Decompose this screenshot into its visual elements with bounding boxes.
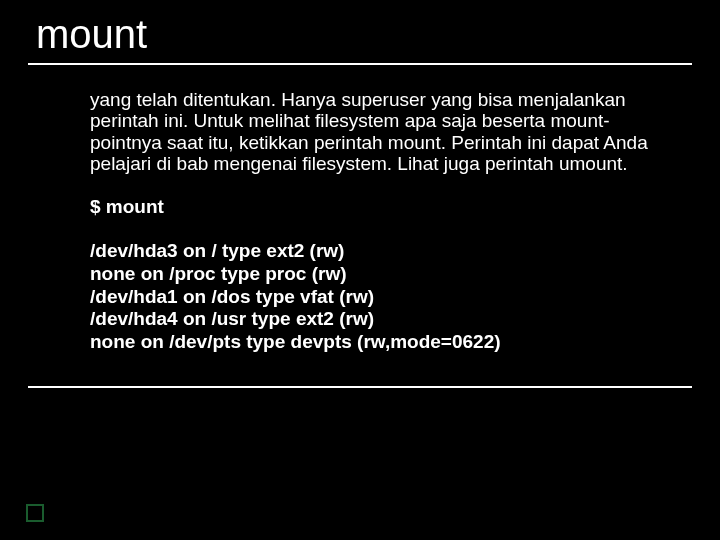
command-output: /dev/hda3 on / type ext2 (rw) none on /p…	[90, 240, 672, 354]
footer-marker	[26, 504, 44, 522]
slide: mount yang telah ditentukan. Hanya super…	[0, 0, 720, 540]
output-line: /dev/hda3 on / type ext2 (rw)	[90, 240, 672, 263]
output-line: none on /dev/pts type devpts (rw,mode=06…	[90, 331, 672, 354]
slide-body: yang telah ditentukan. Hanya superuser y…	[28, 67, 692, 372]
rule-bottom	[28, 386, 692, 388]
output-line: /dev/hda4 on /usr type ext2 (rw)	[90, 308, 672, 331]
command-line: $ mount	[90, 196, 672, 218]
rule-top	[28, 63, 692, 65]
slide-title: mount	[28, 12, 692, 57]
output-line: /dev/hda1 on /dos type vfat (rw)	[90, 286, 672, 309]
description-text: yang telah ditentukan. Hanya superuser y…	[90, 89, 672, 174]
output-line: none on /proc type proc (rw)	[90, 263, 672, 286]
